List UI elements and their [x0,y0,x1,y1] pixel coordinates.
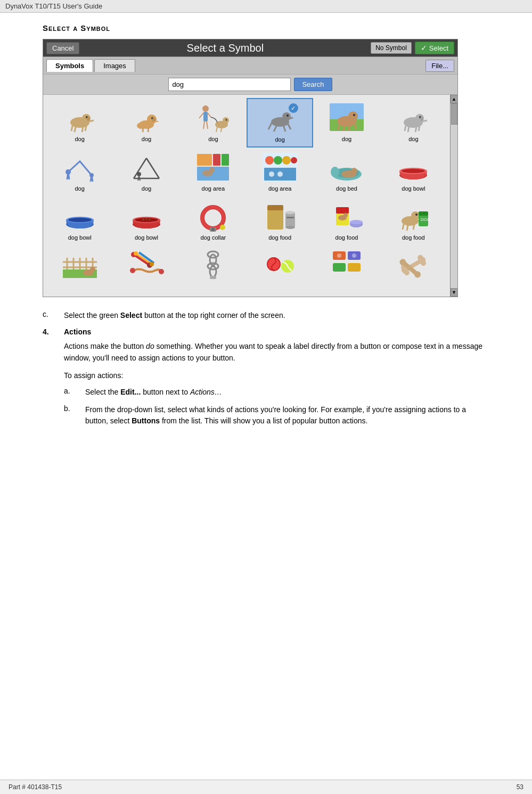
symbol-cell[interactable]: dog food [247,197,313,245]
svg-line-117 [403,224,404,230]
svg-line-118 [407,225,408,231]
svg-line-26 [221,128,222,132]
symbol-cell-selected[interactable]: ✓ dog [247,98,313,148]
symbol-cell[interactable] [180,245,247,293]
search-input[interactable] [168,78,291,91]
symbol-label: dog [275,136,284,143]
svg-line-6 [89,120,94,121]
page-header: DynaVox T10/T15 User's Guide [0,0,532,13]
svg-line-50 [419,126,420,131]
svg-line-135 [134,255,150,265]
tab-symbols[interactable]: Symbols [46,59,93,72]
symbol-cell[interactable]: dog bowl [380,148,447,196]
symbol-cell[interactable] [113,245,179,293]
step-c-content: Select the green Select button at the to… [64,310,489,321]
symbol-cell[interactable]: dog food [313,197,380,245]
svg-line-43 [355,125,356,130]
symbol-cell[interactable]: dog collar [180,197,247,245]
symbol-image [61,200,99,232]
svg-line-40 [338,125,339,130]
symbol-image [127,249,166,281]
svg-point-157 [352,253,356,258]
symbol-cell[interactable]: DOG dog food [380,197,447,245]
selected-checkmark: ✓ [289,103,298,113]
step-b-bold: Buttons [132,416,160,425]
svg-rect-148 [210,276,216,279]
svg-line-19 [199,113,203,118]
symbol-image [394,249,432,281]
symbol-cell[interactable]: dog area [247,148,313,196]
symbol-image [194,249,232,281]
svg-point-97 [149,218,151,220]
symbol-image [194,102,232,134]
svg-line-41 [343,126,345,131]
symbol-cell[interactable]: dog [46,98,113,148]
step-4-title: Actions [64,328,489,336]
symbol-cell[interactable]: dog [113,98,179,148]
symbol-label: dog [75,136,84,142]
scrollbar[interactable]: ▲ ▼ [450,95,457,297]
svg-point-75 [265,156,274,165]
symbol-label: dog food [335,234,358,241]
svg-line-65 [139,176,140,181]
no-symbol-button[interactable]: No Symbol [371,42,412,54]
scroll-down-arrow[interactable]: ▼ [451,288,458,297]
svg-point-77 [282,156,291,165]
scroll-up-arrow[interactable]: ▲ [451,95,458,103]
symbol-cell[interactable]: dog [380,98,447,148]
symbol-cell[interactable]: dog area [180,148,247,196]
file-button[interactable]: File... [425,60,454,72]
symbol-cell[interactable]: dog bowl [46,197,113,245]
cancel-button[interactable]: Cancel [46,42,79,54]
symbol-grid-area: dog [43,94,457,297]
svg-line-12 [143,127,143,132]
symbol-cell[interactable]: dog [180,98,247,148]
svg-rect-108 [287,217,294,218]
page-footer: Part # 401438-T15 53 [0,780,532,794]
select-symbol-dialog: Cancel Select a Symbol No Symbol ✓ Selec… [43,39,458,297]
svg-point-142 [130,268,135,273]
svg-point-44 [353,114,355,116]
symbol-image [127,102,166,134]
section-title: Select a Symbol [43,23,489,32]
svg-point-99 [202,207,224,228]
svg-line-61 [146,158,159,178]
symbol-cell[interactable]: dog bowl [113,197,179,245]
svg-point-63 [137,172,141,176]
svg-rect-70 [222,154,229,166]
symbol-cell[interactable] [247,245,313,293]
step-a-bold: Edit... [120,388,141,396]
svg-rect-105 [285,212,295,227]
symbol-cell[interactable] [380,245,447,293]
step-a-marker: a. [64,387,85,398]
symbol-cell[interactable]: dog [113,148,179,196]
symbol-image [61,151,99,183]
symbol-image: DOG [394,200,432,232]
symbol-label: dog bowl [135,234,158,241]
symbol-cell[interactable]: dog [46,148,113,196]
svg-rect-155 [348,263,361,272]
symbol-cell[interactable] [46,245,113,293]
step-b-marker: b. [64,404,85,427]
symbol-cell[interactable]: dog [313,98,380,148]
svg-point-78 [291,157,297,163]
symbol-image [127,200,166,232]
search-button[interactable]: Search [294,78,332,91]
select-button[interactable]: ✓ Select [415,42,454,54]
step-b-content: From the drop-down list, select what kin… [85,404,489,427]
svg-point-107 [285,226,295,229]
checkmark-icon: ✓ [421,44,427,52]
symbol-cell[interactable] [313,245,380,293]
svg-line-4 [82,127,83,132]
step-4-para1: Actions make the button do something. Wh… [64,340,489,364]
scroll-thumb[interactable] [451,103,457,125]
tab-images[interactable]: Images [94,59,135,72]
symbol-cell[interactable]: dog bed [313,148,380,196]
main-content: Select a Symbol Cancel Select a Symbol N… [0,13,532,461]
symbol-label: dog area [202,185,225,192]
symbol-image [61,249,99,281]
symbol-label: dog [342,136,351,142]
footer-page-number: 53 [517,783,523,791]
symbol-label: dog bed [336,185,357,192]
symbol-label: dog [75,185,84,192]
